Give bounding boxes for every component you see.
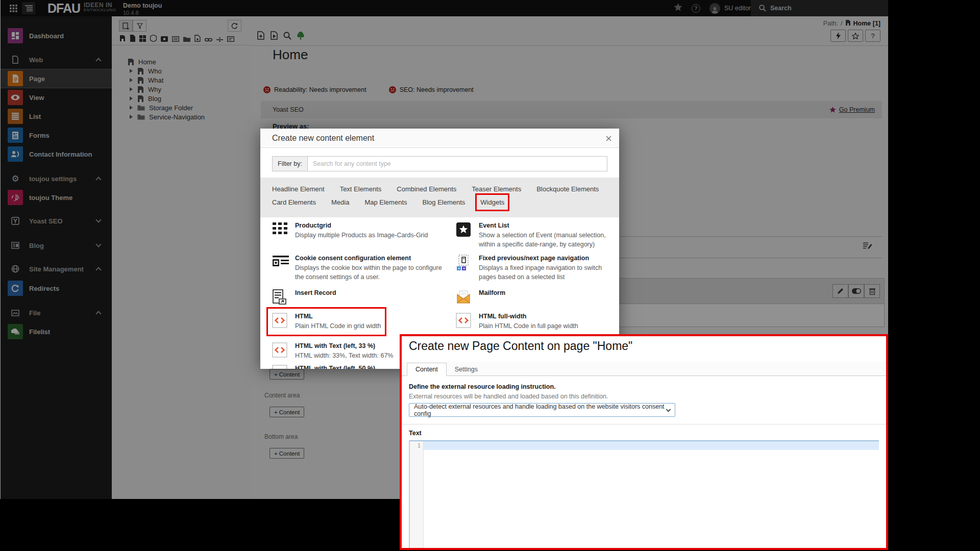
tab-content[interactable]: Content	[407, 363, 447, 376]
tab-map-elements[interactable]: Map Elements	[364, 198, 407, 206]
filter-row: Filter by:	[272, 156, 607, 171]
item-event-list[interactable]: Event ListShow a selection of Event (man…	[456, 222, 614, 255]
html-code-icon	[272, 313, 288, 331]
tab-blog-elements[interactable]: Blog Elements	[423, 198, 465, 206]
html-code-icon	[272, 365, 288, 369]
content-type-tabs: Headline Element Text Elements Combined …	[260, 178, 619, 217]
resource-loading-select[interactable]: Auto-detect external resources and handl…	[409, 403, 675, 417]
cookie-consent-icon	[272, 255, 288, 289]
insert-record-icon	[272, 289, 288, 313]
divider	[402, 424, 886, 424]
tab-teaser-elements[interactable]: Teaser Elements	[472, 185, 521, 193]
tab-media[interactable]: Media	[331, 198, 349, 206]
tab-settings[interactable]: Settings	[447, 363, 486, 375]
text-field-label: Text	[409, 430, 422, 437]
new-page-content-window: Create new Page Content on page "Home" C…	[400, 334, 888, 550]
tab-widgets[interactable]: Widgets	[480, 198, 504, 206]
editor-active-line	[424, 441, 879, 450]
tab-headline-element[interactable]: Headline Element	[272, 185, 325, 193]
window-tabs: Content Settings	[402, 362, 886, 376]
close-icon[interactable]	[604, 134, 613, 143]
editor-gutter: 1	[410, 441, 424, 548]
item-cookie-consent[interactable]: Cookie consent configuration elementDisp…	[272, 255, 456, 289]
tab-combined-elements[interactable]: Combined Elements	[397, 185, 456, 193]
new-content-element-modal: Create new content element Filter by: He…	[260, 129, 619, 369]
tab-blockquote-elements[interactable]: Blockquote Elements	[536, 185, 599, 193]
modal-header: Create new content element	[260, 129, 619, 148]
editor-text-area[interactable]	[424, 441, 879, 548]
fixed-page-navigation-icon	[456, 255, 472, 289]
modal-title: Create new content element	[272, 134, 374, 143]
event-list-icon	[456, 222, 472, 255]
item-productgrid[interactable]: ProductgridDisplay multiple Products as …	[272, 222, 456, 255]
code-editor[interactable]: 1	[409, 440, 879, 548]
tab-text-elements[interactable]: Text Elements	[340, 185, 382, 193]
item-insert-record[interactable]: Insert Record	[272, 289, 456, 313]
productgrid-icon	[272, 222, 288, 255]
resource-loading-label: Define the external resource loading ins…	[409, 383, 556, 390]
item-mailform[interactable]: Mailform	[456, 289, 614, 313]
resource-loading-help: External resources will be handled and l…	[409, 393, 608, 400]
html-code-icon	[272, 342, 288, 365]
filter-label: Filter by:	[272, 156, 307, 171]
tab-card-elements[interactable]: Card Elements	[272, 198, 316, 206]
mailform-envelope-icon	[456, 289, 472, 313]
window-title: Create new Page Content on page "Home"	[409, 339, 632, 353]
item-fixed-page-navigation[interactable]: Fixed previous/next page navigationDispl…	[456, 255, 614, 289]
filter-input[interactable]	[307, 156, 607, 171]
